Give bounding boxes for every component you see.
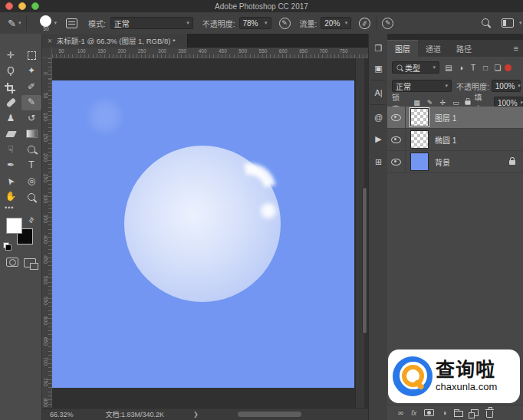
hruler-label: 100 [74,48,89,54]
vruler-label: 700 [43,357,48,366]
dodge-tool[interactable] [21,142,41,157]
adjustment-layer-icon[interactable]: ◑ [442,408,446,418]
flow-label: 流量: [300,18,317,29]
gradient-tool[interactable] [21,126,41,142]
move-tool[interactable]: ✛ [1,48,21,63]
pen-tool[interactable]: ✒ [1,158,21,173]
workspace-switcher-icon[interactable] [502,18,514,28]
zoom-level-field[interactable]: 66.32% [50,411,74,418]
adobe-stock-panel-icon[interactable]: ▣ [369,60,388,77]
close-tab-icon[interactable]: × [48,37,52,45]
workspace-chevron-icon[interactable]: ▾ [519,20,522,26]
horizontal-scrollbar-thumb[interactable] [238,412,301,417]
brush-tool[interactable]: ✎ [21,95,41,110]
layer-thumbnail[interactable] [410,108,429,126]
panel-tab-路径[interactable]: 路径 [449,40,479,57]
clone-stamp-tool[interactable]: ♟ [1,110,21,126]
vruler-label: 350 [43,215,48,223]
filter-shape-layers-icon[interactable]: □ [481,63,490,73]
vertical-scrollbar[interactable] [355,58,364,408]
new-group-icon[interactable] [454,411,463,417]
layer-blend-mode-select[interactable]: 正常▾ [392,80,452,92]
layer-filter-type-select[interactable]: 类型▾ [392,61,439,74]
vertical-scrollbar-thumb[interactable] [362,187,367,334]
zoom-tool[interactable] [21,189,41,205]
quick-mask-button[interactable] [6,258,18,267]
tool-preset-chevron-icon[interactable]: ▾ [18,20,21,26]
filter-type-layers-icon[interactable]: T [469,63,478,73]
lasso-tool[interactable]: Ϙ [1,64,21,79]
airbrush-icon[interactable]: ✐ [358,16,372,30]
brush-preview-icon [40,15,51,27]
glyphs-panel-icon[interactable]: A| [369,84,388,101]
panel-tab-通道[interactable]: 通道 [418,40,449,57]
brush-tool-icon: ✎ [28,97,35,107]
filter-smart-objects-icon[interactable]: ❏ [493,63,502,73]
layer-visibility-toggle[interactable] [387,151,406,173]
paragraph-panel-icon[interactable]: @ [369,109,388,126]
flow-select[interactable]: 20%▾ [321,17,351,29]
crop-tool[interactable] [1,79,21,94]
edit-toolbar-icon[interactable]: ••• [5,204,14,212]
lock-icon [509,160,515,165]
filter-pixel-layers-icon[interactable]: ▤ [444,63,453,73]
pressure-opacity-icon[interactable]: ✎ [279,18,291,29]
link-layers-icon[interactable]: ∞ [398,408,403,418]
brush-preset-picker[interactable]: 50 [40,15,51,31]
hruler-label: 600 [275,48,291,54]
hruler-label: 350 [175,48,190,54]
document-area: × 未标题-1 @ 66.3% (图层 1, RGB/8) * 50100150… [42,34,368,420]
layer-name[interactable]: 背景 [435,156,450,168]
swap-colors-icon[interactable]: ⇄ [27,215,36,225]
add-layer-mask-icon[interactable] [424,409,434,416]
shape-tool[interactable]: ◎ [21,173,41,189]
search-icon[interactable] [482,18,489,26]
status-menu-chevron-icon[interactable]: ❯ [193,411,199,418]
layer-name[interactable]: 图层 1 [435,112,456,123]
layer-thumbnail[interactable] [410,130,429,149]
opacity-select[interactable]: 78%▾ [239,17,271,29]
smoothing-icon[interactable]: ✎ [382,18,393,29]
layer-row[interactable]: 背景 [387,151,523,173]
lasso-tool-icon: Ϙ [7,66,14,76]
default-colors-icon[interactable] [3,242,12,251]
history-brush-tool[interactable]: ↺ [21,110,41,126]
layer-name[interactable]: 椭圆 1 [435,134,456,146]
layer-row[interactable]: 图层 1 [387,107,523,129]
panel-menu-icon[interactable]: ≡ [514,44,518,53]
tools-panel: ••• ⇄ ✛Ϙ✦✐✎♟↺☟✒T➤◎✋ [0,34,42,420]
type-tool[interactable]: T [21,158,41,173]
canvas-document[interactable] [52,80,354,388]
libraries-panel-icon[interactable]: ❒ [369,40,388,57]
layer-style-icon[interactable]: fx [411,409,416,417]
delete-layer-icon[interactable] [486,411,493,418]
eyedropper-tool[interactable]: ✐ [21,79,41,94]
layer-visibility-toggle[interactable] [387,107,406,129]
document-tab[interactable]: × 未标题-1 @ 66.3% (图层 1, RGB/8) * [42,34,188,48]
crop-panel-icon[interactable]: ⊞ [369,153,388,170]
brush-panel-toggle-button[interactable] [66,18,77,28]
current-tool-icon[interactable]: ✎ [8,18,16,28]
smudge-tool[interactable]: ☟ [1,142,21,157]
actions-panel-icon[interactable]: ▶ [369,130,388,147]
magic-wand-tool[interactable]: ✦ [21,64,41,79]
filter-adjustment-layers-icon[interactable]: ◑ [456,63,465,73]
magic-wand-tool-icon: ✦ [28,66,35,76]
foreground-color-swatch[interactable] [6,218,22,234]
layer-thumbnail[interactable] [410,153,429,171]
eraser-tool[interactable] [1,126,21,142]
healing-brush-tool[interactable] [1,95,21,110]
lock-all-icon[interactable] [465,100,470,104]
hand-tool[interactable]: ✋ [1,189,21,205]
layer-opacity-select[interactable]: 100%▾ [492,80,521,92]
layer-row[interactable]: 椭圆 1 [387,129,523,151]
layer-visibility-toggle[interactable] [387,129,406,151]
panel-tab-图层[interactable]: 图层 [387,40,418,57]
brush-picker-chevron-icon[interactable]: ▾ [54,20,57,26]
layer-filter-toggle[interactable] [505,64,511,71]
blend-mode-select[interactable]: 正常▾ [110,17,193,29]
marquee-tool[interactable] [21,48,41,63]
new-layer-icon[interactable] [471,409,479,416]
path-select-tool[interactable]: ➤ [1,173,21,189]
screen-mode-button[interactable] [24,258,36,267]
